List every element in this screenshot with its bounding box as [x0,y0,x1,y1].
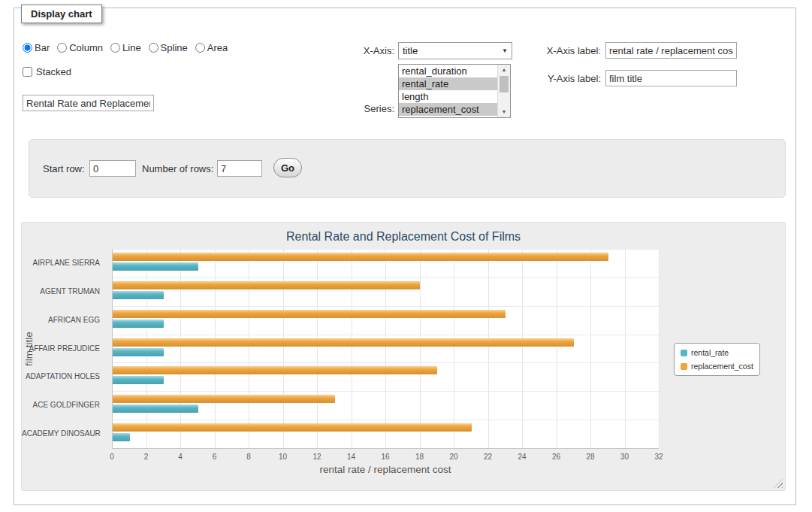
bar-rental_rate [113,291,164,299]
x-tick-label: 6 [204,453,226,461]
row-controls-panel: Start row: Number of rows: Go [29,139,786,198]
x-tick-label: 20 [442,453,465,461]
gridline [454,249,454,448]
number-of-rows-input[interactable] [217,160,262,177]
x-tick-label: 24 [511,453,533,461]
series-label: Series: [338,103,394,114]
x-axis-label-input[interactable] [605,42,737,59]
x-axis-select[interactable]: title ▼ [398,42,512,59]
gridline [112,335,659,335]
chart-type-radio-label: Column [69,42,103,53]
page: Display chart BarColumnLineSplineArea St… [0,0,812,512]
category-label: ACE GOLDFINGER [22,391,106,420]
y-axis-title: film title [23,304,35,394]
scrollbar-thumb[interactable] [500,76,509,92]
legend-item-replacement_cost[interactable]: replacement_cost [681,362,753,371]
chart-type-group: BarColumnLineSplineArea [23,42,235,53]
gridline [659,249,660,448]
x-tick-label: 28 [579,453,602,461]
series-option-rental_rate[interactable]: rental_rate [399,77,497,90]
chart-type-line[interactable]: Line [110,42,141,53]
series-listbox-options: rental_durationrental_ratelengthreplacem… [399,65,497,117]
x-tick-label: 26 [545,453,568,461]
bar-rental_rate [113,262,198,271]
gridline [420,249,421,448]
number-of-rows-label: Number of rows: [142,163,213,174]
legend-label: rental_rate [691,348,729,357]
scroll-down-icon[interactable]: ▼ [498,107,510,117]
chart-type-bar[interactable]: Bar [23,42,50,53]
series-listbox-scrollbar[interactable]: ▲ ▼ [497,65,510,117]
legend-item-rental_rate[interactable]: rental_rate [681,348,753,357]
series-option-replacement_cost[interactable]: replacement_cost [399,103,497,116]
chart-type-radio-label: Bar [35,42,50,53]
series-listbox[interactable]: rental_durationrental_ratelengthreplacem… [398,64,511,118]
chart-type-radio-area[interactable] [195,43,205,53]
gridline [557,249,557,448]
chart-type-radio-column[interactable] [57,43,67,53]
gridline [352,249,352,448]
start-row-input[interactable] [89,160,136,177]
chart-title-input[interactable] [23,95,154,111]
chart-type-radio-spline[interactable] [149,43,158,53]
bar-replacement_cost [113,281,420,289]
x-axis-selected-value: title [399,45,498,56]
x-tick-label: 16 [374,453,397,461]
stacked-label: Stacked [36,66,71,77]
legend-label: replacement_cost [691,362,753,371]
dropdown-arrow-icon: ▼ [498,47,512,54]
x-tick-label: 4 [169,453,192,461]
bar-rental_rate [113,404,198,413]
gridline [112,249,659,250]
chart-type-spline[interactable]: Spline [149,42,188,53]
y-axis-label-label: Y-Axis label: [528,73,601,84]
gridline [112,391,659,392]
plot-area [112,249,659,448]
gridline [522,249,523,448]
chart-type-radio-label: Area [207,42,228,53]
chart-type-column[interactable]: Column [57,42,103,53]
x-tick-label: 30 [614,453,636,461]
bar-rental_rate [113,320,164,328]
x-axis-label-label: X-Axis label: [528,45,601,56]
gridline [112,277,659,278]
chart-type-area[interactable]: Area [195,42,228,53]
bar-rental_rate [113,376,164,384]
x-tick-label: 22 [477,453,500,461]
series-option-rental_duration[interactable]: rental_duration [399,65,497,77]
stacked-option[interactable]: Stacked [23,66,71,77]
stacked-checkbox[interactable] [23,67,32,77]
fieldset-legend: Display chart [21,5,102,23]
x-tick-label: 2 [135,453,158,461]
category-label: AGENT TRUMAN [22,277,106,306]
x-axis-select-label: X-Axis: [338,45,394,56]
gridline [590,249,591,448]
bar-replacement_cost [113,310,506,318]
legend-swatch [681,350,687,356]
series-option-length[interactable]: length [399,90,497,103]
category-label: ACADEMY DINOSAUR [22,420,106,448]
gridline [112,362,659,363]
gridline [112,306,659,307]
bar-rental_rate [113,348,164,356]
gridline [215,249,216,448]
go-button[interactable]: Go [273,158,302,177]
chart-type-radio-label: Spline [161,42,188,53]
x-tick-label: 10 [272,453,294,461]
gridline [385,249,386,448]
y-axis-label-input[interactable] [605,70,737,86]
bar-replacement_cost [113,366,437,374]
gridline [625,249,626,448]
x-axis-title: rental rate / replacement cost [112,464,659,475]
bar-replacement_cost [113,395,335,403]
bar-rental_rate [113,433,130,441]
chart-legend: rental_ratereplacement_cost [674,343,760,376]
chart-type-radio-label: Line [122,42,141,53]
chart-type-radio-bar[interactable] [23,43,32,53]
gridline [283,249,284,448]
scroll-up-icon[interactable]: ▲ [498,65,510,75]
gridline [112,420,659,420]
chart-type-radio-line[interactable] [110,43,120,53]
bar-replacement_cost [113,338,574,347]
resize-handle-icon[interactable] [774,479,783,488]
